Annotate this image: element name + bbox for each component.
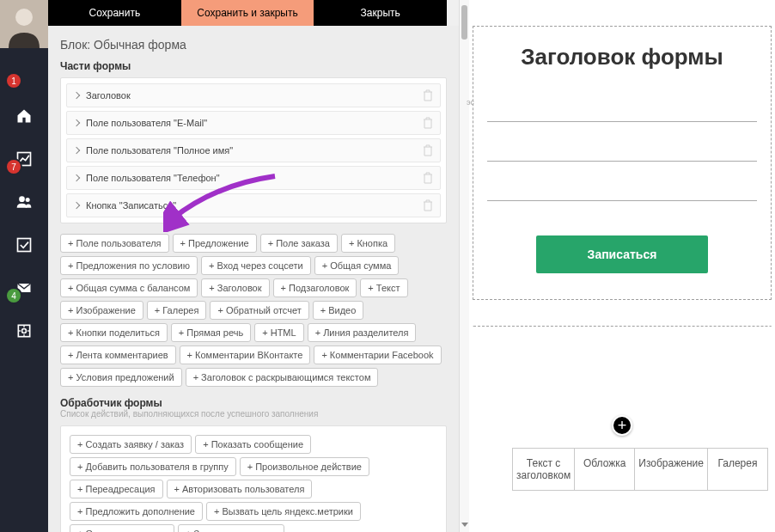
add-block-pill[interactable]: + Условия предложений	[60, 368, 182, 387]
preview-canvas: Заголовок формы эс Записаться + Текст с …	[469, 0, 775, 532]
close-button[interactable]: Закрыть	[314, 0, 447, 26]
nav-stats[interactable]: 7	[0, 141, 48, 177]
processor-action-pill[interactable]: + Отправить письмо	[70, 524, 174, 532]
users-icon	[15, 193, 33, 211]
add-block-pill[interactable]: + Текст	[360, 278, 407, 297]
panel-body[interactable]: Блок: Обычная форма Части формы Заголово…	[48, 26, 459, 532]
add-block-pill[interactable]: + HTML	[254, 323, 303, 342]
add-block-button[interactable]: +	[612, 415, 632, 436]
part-row[interactable]: Кнопка "Записаться"	[66, 193, 441, 217]
add-block-pill[interactable]: + Изображение	[60, 301, 143, 320]
trash-icon[interactable]	[423, 199, 433, 211]
gear-icon	[15, 322, 33, 339]
processor-action-pill[interactable]: + Запустить процесс	[178, 524, 284, 532]
submit-button[interactable]: Записаться	[536, 235, 708, 273]
add-block-pill[interactable]: + Лента комментариев	[60, 345, 176, 364]
add-block-pill[interactable]: + Заголовок с раскрывающимся текстом	[186, 368, 379, 387]
processor-action-pill[interactable]: + Переадресация	[70, 480, 163, 498]
add-block-pill[interactable]: + Подзаголовок	[273, 278, 357, 297]
processor-action-pill[interactable]: + Авторизовать пользователя	[167, 480, 313, 498]
add-block-pill[interactable]: + Галерея	[147, 301, 207, 320]
scroll-down-icon[interactable]	[461, 523, 468, 527]
part-label: Кнопка "Записаться"	[86, 200, 423, 211]
trash-icon[interactable]	[423, 89, 433, 101]
avatar[interactable]	[0, 0, 48, 48]
badge-count: 4	[7, 289, 21, 303]
add-block-pill[interactable]: + Линия разделителя	[308, 323, 417, 342]
scrollbar-thumb[interactable]	[461, 5, 467, 40]
tab-text-heading[interactable]: Текст с заголовком	[513, 449, 575, 490]
field-email[interactable]: эс	[487, 96, 757, 122]
panel-scrollbar[interactable]	[459, 0, 469, 532]
part-row[interactable]: Поле пользователя "Телефон"	[66, 166, 441, 190]
processor-action-pill[interactable]: + Вызвать цель яндекс.метрики	[206, 502, 361, 521]
add-block-pill[interactable]: + Поле заказа	[260, 234, 338, 253]
add-block-pill[interactable]: + Видео	[313, 301, 364, 320]
add-block-pill[interactable]: + Кнопка	[341, 234, 395, 253]
add-block-pill[interactable]: + Поле пользователя	[60, 234, 169, 253]
block-type-tabs: Текст с заголовком Обложка Изображение Г…	[512, 448, 768, 491]
app-sidebar: 1 7 4	[0, 0, 48, 532]
tab-cover[interactable]: Обложка	[575, 449, 635, 490]
part-row[interactable]: Поле пользователя "E-Mail"	[66, 111, 441, 135]
processor-title: Обработчик формы	[60, 397, 447, 409]
part-label: Поле пользователя "E-Mail"	[86, 118, 423, 128]
svg-point-1	[15, 9, 33, 26]
nav-notifications[interactable]: 1	[0, 55, 48, 91]
add-block-pill[interactable]: + Предложение	[173, 234, 257, 253]
add-block-pill[interactable]: + Комментарии Facebook	[314, 345, 441, 364]
add-block-pill[interactable]: + Прямая речь	[171, 323, 251, 342]
processor-action-buttons: + Создать заявку / заказ+ Показать сообщ…	[70, 435, 437, 532]
add-block-pill[interactable]: + Заголовок	[201, 278, 269, 297]
field-name[interactable]	[487, 136, 757, 162]
nav-tasks[interactable]	[0, 227, 48, 263]
add-block-pill[interactable]: + Обратный отсчет	[210, 301, 308, 320]
add-block-pill[interactable]: + Предложения по условию	[60, 256, 198, 275]
nav-home[interactable]	[0, 98, 48, 134]
add-block-pill[interactable]: + Общая сумма с балансом	[60, 278, 198, 297]
processor-action-pill[interactable]: + Добавить пользователя в группу	[70, 457, 236, 476]
nav-mail[interactable]: 4	[0, 270, 48, 306]
section-parts-label: Части формы	[60, 60, 447, 72]
field-phone[interactable]	[487, 175, 757, 201]
processor-action-pill[interactable]: + Создать заявку / заказ	[70, 435, 192, 454]
trash-icon[interactable]	[423, 172, 433, 184]
add-block-pill[interactable]: + Вход через соцсети	[201, 256, 311, 275]
trash-icon[interactable]	[423, 144, 433, 156]
processor-action-pill[interactable]: + Предложить дополнение	[70, 502, 203, 521]
processor-box: + Создать заявку / заказ+ Показать сообщ…	[60, 425, 447, 532]
chevron-right-icon	[73, 202, 80, 209]
processor-action-pill[interactable]: + Произвольное действие	[240, 457, 369, 476]
add-block-pill[interactable]: + Комментарии ВКонтакте	[180, 345, 311, 364]
add-block-pill[interactable]: + Кнопки поделиться	[60, 323, 168, 342]
nav-users[interactable]	[0, 184, 48, 220]
svg-point-3	[19, 196, 25, 202]
save-close-button[interactable]: Сохранить и закрыть	[181, 0, 314, 26]
trash-icon[interactable]	[423, 117, 433, 129]
panel-header: Сохранить Сохранить и закрыть Закрыть	[48, 0, 459, 26]
processor-action-pill[interactable]: + Показать сообщение	[195, 435, 311, 454]
svg-point-8	[22, 329, 27, 333]
chevron-right-icon	[73, 147, 80, 154]
badge-count: 7	[7, 160, 21, 174]
add-block-buttons: + Поле пользователя+ Предложение+ Поле з…	[60, 234, 447, 387]
nav-settings[interactable]	[0, 313, 48, 349]
svg-rect-5	[18, 239, 31, 252]
svg-point-4	[26, 198, 30, 202]
form-preview-block[interactable]: Заголовок формы эс Записаться	[473, 26, 772, 300]
part-row[interactable]: Поле пользователя "Полное имя"	[66, 138, 441, 162]
scrollbar-gutter	[447, 0, 459, 26]
chevron-right-icon	[73, 92, 80, 99]
block-title: Блок: Обычная форма	[60, 38, 447, 52]
save-button[interactable]: Сохранить	[48, 0, 181, 26]
home-icon	[15, 107, 33, 125]
plus-icon: +	[618, 418, 627, 433]
tab-image[interactable]: Изображение	[635, 449, 708, 490]
add-block-pill[interactable]: + Общая сумма	[314, 256, 400, 275]
chevron-right-icon	[73, 174, 80, 181]
checkbox-icon	[15, 236, 33, 254]
block-divider	[473, 326, 772, 333]
part-row[interactable]: Заголовок	[66, 83, 441, 107]
tab-gallery[interactable]: Галерея	[708, 449, 767, 490]
form-parts-list: Заголовок Поле пользователя "E-Mail" Пол…	[60, 77, 447, 223]
